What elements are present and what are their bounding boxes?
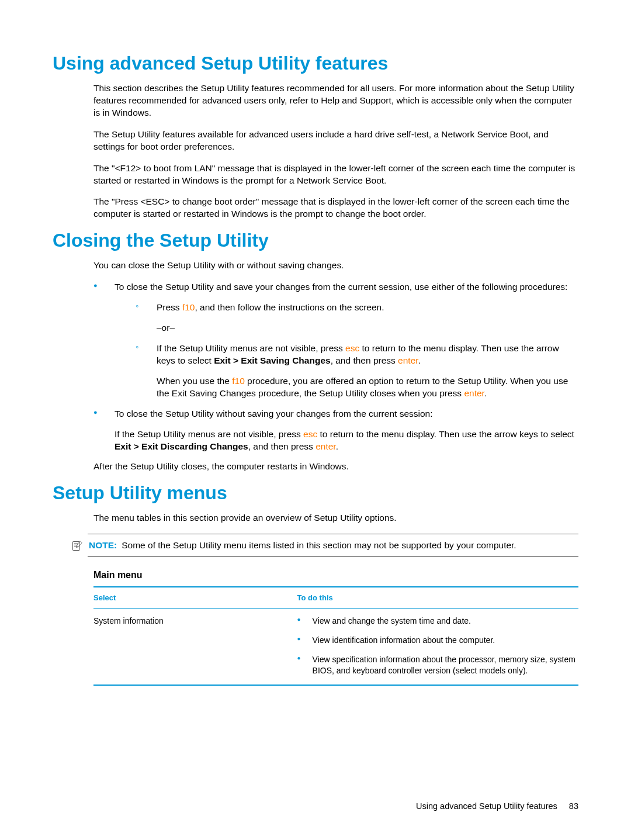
key-enter: enter xyxy=(316,441,335,451)
paragraph: The "Press <ESC> to change boot order" m… xyxy=(53,196,578,220)
text: When you use the xyxy=(157,376,232,386)
page-footer: Using advanced Setup Utility features 83 xyxy=(416,801,578,811)
text: Press xyxy=(157,302,182,312)
list-item: To close the Setup Utility without savin… xyxy=(93,408,578,453)
cell-select: System information xyxy=(93,616,297,627)
table-row: System information View and change the s… xyxy=(93,609,578,685)
text: . xyxy=(336,441,338,451)
paragraph: You can close the Setup Utility with or … xyxy=(53,260,578,272)
column-header-todo: To do this xyxy=(297,593,578,602)
key-esc: esc xyxy=(345,343,359,353)
text: , and then press xyxy=(331,355,398,365)
table-main-menu: Select To do this System information Vie… xyxy=(93,586,578,686)
key-enter: enter xyxy=(398,355,418,365)
key-f10: f10 xyxy=(182,302,195,312)
key-f10: f10 xyxy=(232,376,245,386)
or-text: –or– xyxy=(157,322,578,334)
bold-text: Exit > Exit Discarding Changes xyxy=(115,441,248,451)
paragraph: The "<F12> to boot from LAN" message tha… xyxy=(53,163,578,187)
paragraph: When you use the f10 procedure, you are … xyxy=(157,375,578,400)
cell-todo: View and change the system time and date… xyxy=(297,616,578,676)
list-text: To close the Setup Utility without savin… xyxy=(115,409,433,419)
sub-list-item: If the Setup Utility menus are not visib… xyxy=(136,343,578,400)
bold-text: Exit > Exit Saving Changes xyxy=(214,355,330,365)
text: If the Setup Utility menus are not visib… xyxy=(157,343,345,353)
page-number: 83 xyxy=(569,801,578,811)
footer-text: Using advanced Setup Utility features xyxy=(416,801,557,811)
cell-list-item: View and change the system time and date… xyxy=(297,616,578,627)
heading-setup-utility-menus: Setup Utility menus xyxy=(53,482,578,504)
list-text: To close the Setup Utility and save your… xyxy=(115,282,567,292)
paragraph: The menu tables in this section provide … xyxy=(53,512,578,524)
divider xyxy=(88,556,578,557)
list-item: To close the Setup Utility and save your… xyxy=(93,281,578,399)
column-header-select: Select xyxy=(93,593,297,602)
table-header-row: Select To do this xyxy=(93,587,578,608)
text: . xyxy=(484,388,487,398)
cell-list: View and change the system time and date… xyxy=(297,616,578,676)
divider xyxy=(93,685,578,686)
key-esc: esc xyxy=(303,429,317,439)
text: If the Setup Utility menus are not visib… xyxy=(115,429,303,439)
note-label: NOTE: xyxy=(89,540,117,551)
cell-list-item: View identification information about th… xyxy=(297,635,578,646)
document-page: Using advanced Setup Utility features Th… xyxy=(0,0,631,840)
note-text: Some of the Setup Utility menu items lis… xyxy=(122,540,516,551)
text: , and then press xyxy=(248,441,316,451)
sub-list-item: Press f10, and then follow the instructi… xyxy=(136,302,578,334)
note-block: NOTE: Some of the Setup Utility menu ite… xyxy=(53,540,578,552)
note-icon xyxy=(71,540,83,552)
bullet-list: To close the Setup Utility and save your… xyxy=(53,281,578,452)
heading-using-advanced: Using advanced Setup Utility features xyxy=(53,53,578,74)
key-enter: enter xyxy=(464,388,484,398)
paragraph: After the Setup Utility closes, the comp… xyxy=(53,461,578,473)
table-heading-main-menu: Main menu xyxy=(93,570,578,580)
paragraph: The Setup Utility features available for… xyxy=(53,129,578,153)
paragraph: This section describes the Setup Utility… xyxy=(53,82,578,119)
heading-closing-setup-utility: Closing the Setup Utility xyxy=(53,230,578,251)
text: . xyxy=(418,355,421,365)
divider xyxy=(88,534,578,534)
paragraph: If the Setup Utility menus are not visib… xyxy=(115,428,578,453)
sub-list: Press f10, and then follow the instructi… xyxy=(115,302,578,400)
text: to return to the menu display. Then use … xyxy=(317,429,574,439)
text: , and then follow the instructions on th… xyxy=(195,302,384,312)
cell-list-item: View specification information about the… xyxy=(297,654,578,676)
